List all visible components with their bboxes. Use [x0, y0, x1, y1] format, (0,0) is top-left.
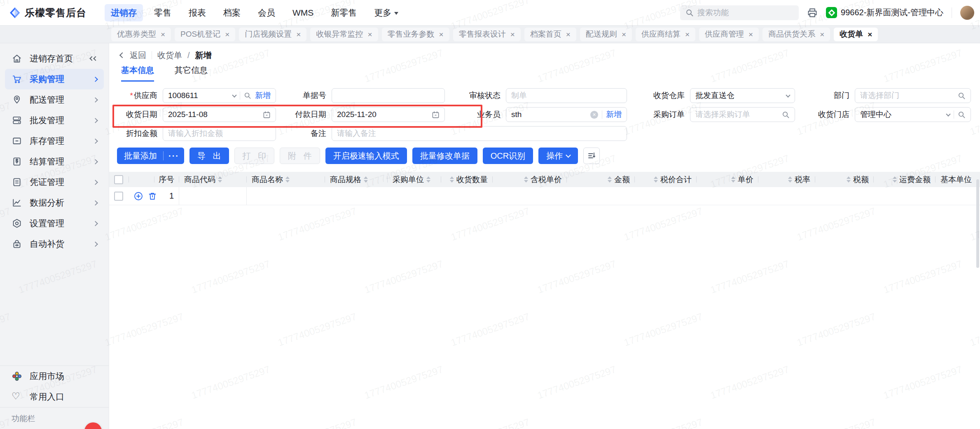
breadcrumb-parent[interactable]: 收货单 — [157, 50, 182, 61]
select-all-checkbox[interactable] — [114, 175, 123, 184]
sort-icon[interactable] — [788, 176, 792, 183]
sidebar-item-inventory[interactable]: 库存管理 — [5, 131, 104, 151]
sidebar-item-app-market[interactable]: 应用市场 — [5, 366, 104, 387]
action-dropdown-button[interactable]: 操作 — [538, 148, 578, 164]
menu-item-inventory[interactable]: 进销存 — [105, 4, 143, 21]
row-amount[interactable] — [567, 187, 635, 205]
close-icon[interactable] — [748, 30, 753, 38]
department-picker[interactable]: 请选择部门 — [855, 88, 971, 103]
col-amount[interactable]: 金额 — [567, 172, 635, 187]
col-tax-amount[interactable]: 税额 — [815, 172, 874, 187]
tab-coupon-type[interactable]: 优惠券类型 — [111, 28, 171, 41]
menu-item-members[interactable]: 会员 — [252, 4, 281, 21]
col-unit-price[interactable]: 单价 — [697, 172, 758, 187]
col-tax-total[interactable]: 税价合计 — [635, 172, 697, 187]
close-icon[interactable] — [439, 30, 444, 38]
sidebar-item-analytics[interactable]: 数据分析 — [5, 192, 104, 213]
close-icon[interactable] — [296, 30, 301, 38]
supplier-add-button[interactable]: 新增 — [255, 90, 271, 101]
speed-input-button[interactable]: 开启极速输入模式 — [325, 148, 407, 164]
close-icon[interactable] — [161, 30, 165, 38]
sidebar-item-wholesale[interactable]: 批发管理 — [5, 110, 104, 131]
col-product-code[interactable]: 商品代码 — [179, 172, 247, 187]
row-receive-qty[interactable] — [441, 187, 493, 205]
search-icon[interactable] — [244, 92, 251, 99]
sort-icon[interactable] — [524, 176, 528, 183]
col-tax-price[interactable]: 含税单价 — [493, 172, 567, 187]
more-options-icon[interactable]: ··· — [164, 151, 184, 161]
column-settings-button[interactable] — [583, 148, 600, 164]
sidebar-item-favorites[interactable]: 常用入口 — [5, 387, 104, 407]
tab-archive-home[interactable]: 档案首页 — [524, 28, 576, 41]
batch-add-button[interactable]: 批量添加 ··· — [117, 148, 184, 164]
sort-icon[interactable] — [364, 176, 368, 183]
row-base-unit[interactable] — [936, 187, 980, 205]
col-product-name[interactable]: 商品名称 — [247, 172, 325, 187]
col-product-spec[interactable]: 商品规格 — [325, 172, 388, 187]
export-button[interactable]: 导 出 — [189, 148, 229, 164]
sort-icon[interactable] — [285, 176, 290, 183]
close-icon[interactable] — [622, 30, 626, 38]
tab-supplier-settle[interactable]: 供应商结算 — [636, 28, 695, 41]
tab-pos-register[interactable]: POS机登记 — [175, 28, 235, 41]
sidebar-item-voucher[interactable]: 凭证管理 — [5, 172, 104, 192]
tab-supply-relation[interactable]: 商品供货关系 — [762, 28, 830, 41]
close-icon[interactable] — [685, 30, 690, 38]
tab-store-video[interactable]: 门店视频设置 — [239, 28, 306, 41]
tab-receipt-note[interactable]: 收货单 — [834, 28, 878, 41]
search-icon[interactable] — [958, 92, 966, 100]
ocr-button[interactable]: OCR识别 — [483, 148, 533, 164]
tab-supplier-mgmt[interactable]: 供应商管理 — [699, 28, 759, 41]
menu-item-new-retail[interactable]: 新零售 — [325, 4, 363, 21]
search-icon[interactable] — [782, 111, 790, 119]
discount-input[interactable]: 请输入折扣金额 — [163, 126, 276, 141]
row-product-spec[interactable] — [325, 187, 388, 205]
receive-store-select[interactable]: 管理中心 — [855, 107, 971, 122]
remark-input[interactable]: 请输入备注 — [332, 126, 627, 141]
doc-no-input[interactable] — [332, 88, 445, 103]
sidebar-item-delivery[interactable]: 配送管理 — [5, 89, 104, 110]
close-icon[interactable] — [510, 30, 515, 38]
sidebar-item-settings[interactable]: 设置管理 — [5, 213, 104, 234]
row-tax-price[interactable] — [493, 187, 567, 205]
tenant-switcher[interactable]: 99662-新界面测试-管理中心 — [826, 7, 943, 18]
sidebar-item-settlement[interactable]: 结算管理 — [5, 151, 104, 172]
global-search-input[interactable]: 搜索功能 — [680, 5, 799, 20]
row-freight[interactable] — [874, 187, 936, 205]
salesman-add-button[interactable]: 新增 — [606, 109, 622, 120]
close-icon[interactable] — [868, 30, 872, 38]
tab-cashier-monitor[interactable]: 收银异常监控 — [310, 28, 378, 41]
menu-item-archives[interactable]: 档案 — [217, 4, 247, 21]
sort-icon[interactable] — [893, 176, 897, 183]
calendar-icon[interactable] — [263, 111, 271, 119]
sort-icon[interactable] — [731, 176, 735, 183]
sidebar-item-replenish[interactable]: 自动补货 — [5, 234, 104, 254]
scrollbar[interactable] — [976, 179, 979, 268]
col-freight[interactable]: 运费金额 — [874, 172, 936, 187]
sidebar-collapse-button[interactable] — [90, 57, 97, 60]
menu-item-retail[interactable]: 零售 — [148, 4, 178, 21]
tab-other-info[interactable]: 其它信息 — [175, 65, 208, 82]
row-tax-total[interactable] — [635, 187, 697, 205]
supplier-select[interactable]: 1008611 新增 — [163, 88, 276, 103]
salesman-input[interactable]: sth 新增 — [506, 107, 627, 122]
menu-item-reports[interactable]: 报表 — [182, 4, 212, 21]
printer-icon[interactable] — [807, 7, 818, 18]
close-icon[interactable] — [820, 30, 824, 38]
purchase-order-picker[interactable]: 请选择采购订单 — [690, 107, 795, 122]
search-icon[interactable] — [958, 111, 966, 119]
row-product-code[interactable] — [179, 187, 247, 205]
menu-item-more[interactable]: 更多 — [368, 4, 405, 21]
clear-icon[interactable] — [590, 111, 598, 119]
receive-date-input[interactable]: 2025-11-08 — [163, 107, 276, 122]
warehouse-select[interactable]: 批发直送仓 — [690, 88, 795, 103]
sort-icon[interactable] — [426, 176, 430, 183]
app-logo[interactable]: 乐檬零售后台 — [9, 6, 87, 19]
close-icon[interactable] — [566, 30, 571, 38]
col-receive-qty[interactable]: 收货数量 — [441, 172, 493, 187]
tab-report-design[interactable]: 零售报表设计 — [453, 28, 521, 41]
close-icon[interactable] — [367, 30, 372, 38]
row-purchase-unit[interactable] — [388, 187, 441, 205]
sidebar-item-home[interactable]: 进销存首页 — [5, 48, 104, 69]
menu-item-wms[interactable]: WMS — [286, 5, 320, 21]
